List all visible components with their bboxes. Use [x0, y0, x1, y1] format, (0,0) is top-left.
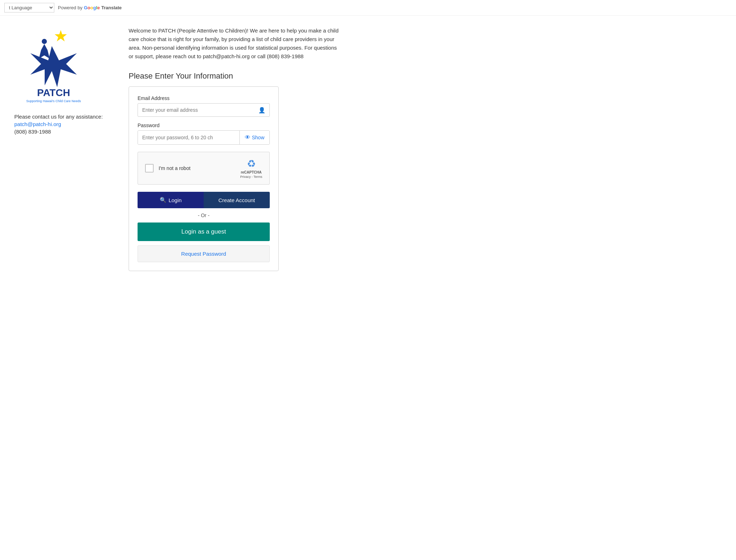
- password-label: Password: [138, 122, 270, 128]
- main-layout: PATCH Supporting Hawaii's Child Care Nee…: [0, 16, 429, 282]
- login-label: Login: [169, 197, 182, 203]
- email-input[interactable]: [138, 103, 270, 117]
- patch-logo: PATCH Supporting Hawaii's Child Care Nee…: [14, 26, 93, 105]
- email-input-wrapper: 👤: [138, 103, 270, 117]
- form-section-title: Please Enter Your Information: [129, 71, 414, 81]
- welcome-text: Welcome to PATCH (People Attentive to Ch…: [129, 26, 343, 61]
- translate-bar: t Language Powered by Google Translate: [0, 0, 736, 16]
- contact-intro: Please contact us for any assistance:: [14, 114, 103, 120]
- recaptcha-icon: ♻: [247, 158, 256, 170]
- login-card: Email Address 👤 Password 👁 Show I'm not …: [129, 86, 279, 271]
- guest-login-button[interactable]: Login as a guest: [138, 222, 270, 241]
- svg-marker-1: [30, 46, 77, 87]
- recaptcha-container: I'm not a robot ♻ reCAPTCHA Privacy - Te…: [138, 152, 270, 185]
- recaptcha-checkbox[interactable]: [145, 164, 154, 172]
- search-icon: 🔍: [160, 197, 166, 203]
- or-divider: - Or -: [138, 212, 270, 218]
- language-select[interactable]: t Language: [4, 3, 54, 12]
- request-password-label: Request Password: [181, 251, 226, 257]
- left-sidebar: PATCH Supporting Hawaii's Child Care Nee…: [14, 26, 114, 271]
- show-label: Show: [252, 135, 264, 140]
- email-label: Email Address: [138, 95, 270, 101]
- recaptcha-label: I'm not a robot: [159, 165, 190, 171]
- login-button[interactable]: 🔍 Login: [138, 192, 204, 208]
- contact-section: Please contact us for any assistance: pa…: [14, 114, 103, 135]
- recaptcha-links: Privacy - Terms: [240, 175, 262, 179]
- translate-label: Translate: [101, 5, 122, 10]
- recaptcha-brand: reCAPTCHA: [241, 170, 262, 174]
- user-icon: 👤: [258, 107, 265, 114]
- eye-icon: 👁: [245, 134, 250, 141]
- create-account-label: Create Account: [218, 197, 255, 203]
- svg-text:Supporting Hawaii's Child Care: Supporting Hawaii's Child Care Needs: [26, 99, 81, 103]
- powered-by-label: Powered by: [58, 5, 83, 10]
- svg-point-2: [42, 39, 47, 44]
- recaptcha-right: ♻ reCAPTCHA Privacy - Terms: [240, 158, 262, 179]
- password-input[interactable]: [138, 131, 239, 144]
- action-row: 🔍 Login Create Account: [138, 192, 270, 208]
- google-logo: Google: [84, 5, 100, 10]
- powered-by-text: Powered by Google Translate: [58, 5, 122, 10]
- contact-phone: (808) 839-1988: [14, 129, 103, 135]
- password-input-wrapper: 👁 Show: [138, 130, 270, 145]
- recaptcha-left: I'm not a robot: [145, 164, 190, 172]
- request-password-button[interactable]: Request Password: [138, 245, 270, 262]
- svg-marker-0: [55, 30, 67, 41]
- svg-text:PATCH: PATCH: [37, 87, 70, 98]
- guest-login-label: Login as a guest: [181, 228, 226, 235]
- contact-email-link[interactable]: patch@patch-hi.org: [14, 121, 103, 127]
- show-password-button[interactable]: 👁 Show: [239, 131, 269, 144]
- svg-marker-3: [39, 44, 50, 59]
- right-content: Welcome to PATCH (People Attentive to Ch…: [129, 26, 414, 271]
- logo-container: PATCH Supporting Hawaii's Child Care Nee…: [14, 26, 100, 106]
- create-account-button[interactable]: Create Account: [204, 192, 270, 208]
